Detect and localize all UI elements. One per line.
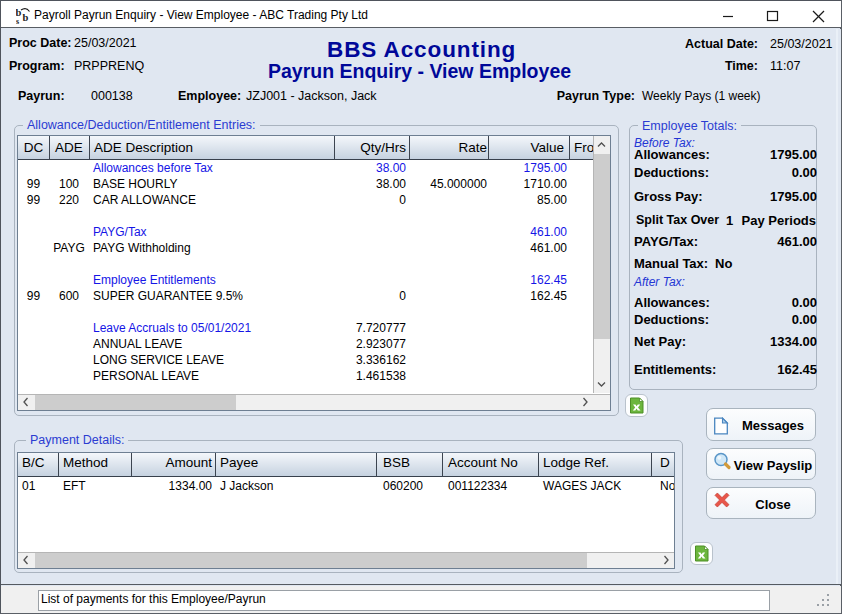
svg-text:b: b [23,12,29,23]
svg-text:s: s [16,17,19,25]
